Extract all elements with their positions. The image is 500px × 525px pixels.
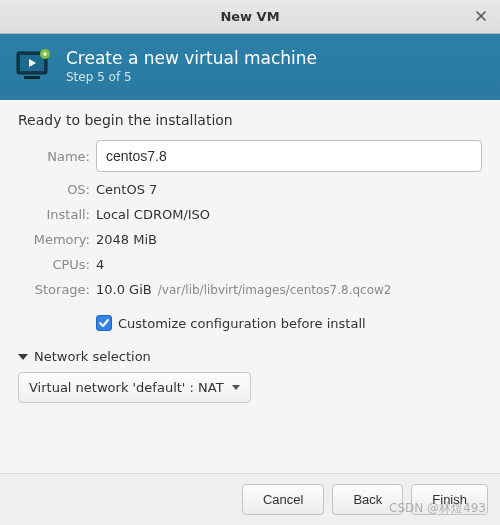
name-label: Name: <box>18 149 90 164</box>
vm-monitor-icon <box>14 46 54 86</box>
svg-rect-3 <box>24 76 40 79</box>
name-input[interactable] <box>96 140 482 172</box>
window-title: New VM <box>220 9 279 24</box>
network-selection-expander[interactable]: Network selection <box>18 349 482 364</box>
wizard-header: Create a new virtual machine Step 5 of 5 <box>0 34 500 100</box>
memory-value: 2048 MiB <box>96 232 482 247</box>
storage-value: 10.0 GiB /var/lib/libvirt/images/centos7… <box>96 282 482 297</box>
network-combo-value: Virtual network 'default' : NAT <box>29 380 224 395</box>
os-value: CentOS 7 <box>96 182 482 197</box>
network-selection-label: Network selection <box>34 349 151 364</box>
customize-checkbox-row[interactable]: Customize configuration before install <box>96 315 482 331</box>
cpus-label: CPUs: <box>18 257 90 272</box>
memory-label: Memory: <box>18 232 90 247</box>
os-label: OS: <box>18 182 90 197</box>
footer-button-bar: Cancel Back Finish <box>0 473 500 525</box>
storage-label: Storage: <box>18 282 90 297</box>
install-value: Local CDROM/ISO <box>96 207 482 222</box>
install-label: Install: <box>18 207 90 222</box>
close-icon[interactable] <box>472 7 490 25</box>
main-content: Ready to begin the installation Name: OS… <box>0 100 500 413</box>
header-subtitle: Step 5 of 5 <box>66 70 317 84</box>
checkbox-checked-icon[interactable] <box>96 315 112 331</box>
storage-size: 10.0 GiB <box>96 282 152 297</box>
cpus-value: 4 <box>96 257 482 272</box>
storage-path: /var/lib/libvirt/images/centos7.8.qcow2 <box>158 283 392 297</box>
back-button[interactable]: Back <box>332 484 403 515</box>
network-combo[interactable]: Virtual network 'default' : NAT <box>18 372 251 403</box>
customize-label: Customize configuration before install <box>118 316 366 331</box>
finish-button[interactable]: Finish <box>411 484 488 515</box>
ready-text: Ready to begin the installation <box>18 112 482 128</box>
chevron-down-icon <box>232 385 240 390</box>
titlebar: New VM <box>0 0 500 34</box>
triangle-down-icon <box>18 354 28 360</box>
cancel-button[interactable]: Cancel <box>242 484 324 515</box>
header-title: Create a new virtual machine <box>66 48 317 68</box>
